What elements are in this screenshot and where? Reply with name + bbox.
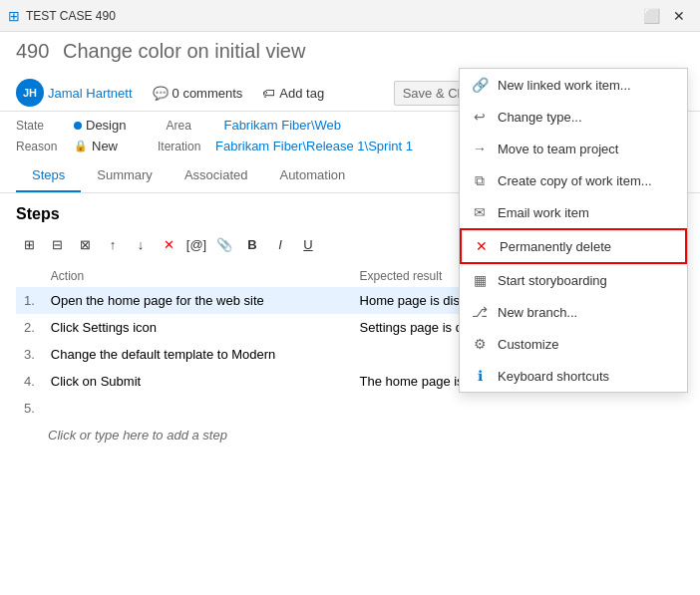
new-linked-icon: 🔗 (472, 77, 488, 93)
col-num (16, 265, 43, 287)
menu-item-change-type[interactable]: ↩ Change type... (460, 101, 687, 133)
step-number: 5. (16, 395, 43, 422)
menu-item-delete[interactable]: ✕ Permanently delete (460, 228, 687, 264)
iteration-label: Iteration (158, 140, 207, 153)
copy-work-icon: ⧉ (472, 172, 488, 188)
create-shared-button[interactable]: ⊠ (72, 231, 98, 257)
menu-label-keyboard: Keyboard shortcuts (498, 369, 609, 384)
title-bar-text: TEST CASE 490 (26, 9, 116, 23)
step-action[interactable] (43, 395, 352, 422)
iteration-field: Iteration Fabrikam Fiber\Release 1\Sprin… (158, 139, 413, 153)
tab-steps[interactable]: Steps (16, 159, 81, 192)
area-value: Fabrikam Fiber\Web (223, 118, 341, 133)
menu-item-copy-work[interactable]: ⧉ Create copy of work item... (460, 164, 687, 196)
underline-button[interactable]: U (295, 231, 321, 257)
step-number: 4. (16, 368, 43, 395)
delete-icon: ✕ (474, 238, 490, 254)
title-bar-controls: ⬜ ✕ (638, 3, 692, 29)
comment-icon: 💬 (153, 86, 169, 101)
close-button[interactable]: ✕ (666, 3, 692, 29)
title-bar-left: ⊞ TEST CASE 490 (8, 8, 116, 24)
menu-label-move-team: Move to team project (498, 142, 618, 156)
customize-icon: ⚙ (472, 336, 488, 352)
add-step-hint[interactable]: Click or type here to add a step (16, 422, 684, 448)
tab-automation[interactable]: Automation (263, 159, 361, 192)
storyboard-icon: ▦ (472, 272, 488, 288)
step-action[interactable]: Change the default template to Modern (43, 341, 352, 368)
add-tag-button[interactable]: 🏷 Add tag (254, 82, 332, 105)
step-result[interactable] (352, 395, 684, 422)
email-icon: ✉ (472, 204, 488, 220)
table-row[interactable]: 5. (16, 395, 684, 422)
menu-label-new-linked: New linked work item... (498, 78, 631, 93)
comments-count: 0 comments (173, 86, 243, 101)
area-label: Area (166, 119, 215, 133)
menu-label-email: Email work item (498, 205, 589, 220)
step-number: 2. (16, 314, 43, 341)
new-branch-icon: ⎇ (472, 304, 488, 320)
tag-icon: 🏷 (262, 86, 275, 101)
comments-button[interactable]: 💬 0 comments (145, 82, 251, 105)
step-action[interactable]: Click on Submit (43, 368, 352, 395)
menu-item-storyboard[interactable]: ▦ Start storyboarding (460, 264, 687, 296)
state-field: State Design (16, 118, 126, 133)
state-value: Design (74, 118, 126, 133)
avatar: JH (16, 79, 44, 107)
reason-value: 🔒 New (74, 139, 118, 153)
tab-summary[interactable]: Summary (81, 159, 169, 192)
move-team-icon: → (472, 141, 488, 156)
menu-label-copy-work: Create copy of work item... (498, 173, 652, 188)
app-icon: ⊞ (8, 8, 20, 24)
menu-label-storyboard: Start storyboarding (498, 273, 607, 288)
menu-item-email[interactable]: ✉ Email work item (460, 196, 687, 228)
param-button[interactable]: [@] (183, 231, 209, 257)
lock-icon: 🔒 (74, 140, 88, 152)
reason-label: Reason (16, 140, 66, 153)
menu-item-keyboard[interactable]: ℹ Keyboard shortcuts (460, 360, 687, 392)
menu-item-move-team[interactable]: → Move to team project (460, 133, 687, 164)
reason-field: Reason 🔒 New (16, 139, 118, 153)
menu-item-new-linked[interactable]: 🔗 New linked work item... (460, 69, 687, 101)
menu-label-change-type: Change type... (498, 110, 582, 125)
move-down-button[interactable]: ↓ (128, 231, 154, 257)
col-action: Action (43, 265, 352, 287)
title-bar: ⊞ TEST CASE 490 ⬜ ✕ (0, 0, 700, 32)
menu-label-new-branch: New branch... (498, 305, 577, 320)
menu-item-new-branch[interactable]: ⎇ New branch... (460, 296, 687, 328)
work-item-title-text: Change color on initial view (63, 40, 305, 62)
state-label: State (16, 119, 66, 133)
menu-label-delete: Permanently delete (500, 239, 611, 254)
menu-item-customize[interactable]: ⚙ Customize (460, 328, 687, 360)
bold-button[interactable]: B (239, 231, 265, 257)
tab-associated[interactable]: Associated (169, 159, 264, 192)
step-number: 1. (16, 287, 43, 314)
area-field: Area Fabrikam Fiber\Web (166, 118, 341, 133)
change-type-icon: ↩ (472, 109, 488, 125)
menu-label-customize: Customize (498, 337, 558, 352)
delete-step-button[interactable]: ✕ (156, 231, 181, 257)
italic-button[interactable]: I (267, 231, 293, 257)
status-dot (74, 122, 82, 130)
step-action[interactable]: Click Settings icon (43, 314, 352, 341)
insert-step-button[interactable]: ⊞ (16, 231, 42, 257)
work-item-title: 490 Change color on initial view (16, 40, 684, 63)
attach-button[interactable]: 📎 (211, 231, 237, 257)
insert-shared-button[interactable]: ⊟ (44, 231, 70, 257)
step-number: 3. (16, 341, 43, 368)
context-menu: 🔗 New linked work item... ↩ Change type.… (459, 68, 688, 393)
keyboard-icon: ℹ (472, 368, 488, 384)
user-name[interactable]: Jamal Hartnett (48, 86, 133, 101)
move-up-button[interactable]: ↑ (100, 231, 126, 257)
iteration-value: Fabrikam Fiber\Release 1\Sprint 1 (215, 139, 413, 153)
work-item-id: 490 (16, 40, 49, 62)
maximize-button[interactable]: ⬜ (638, 3, 664, 29)
step-action[interactable]: Open the home page for the web site (43, 287, 352, 314)
